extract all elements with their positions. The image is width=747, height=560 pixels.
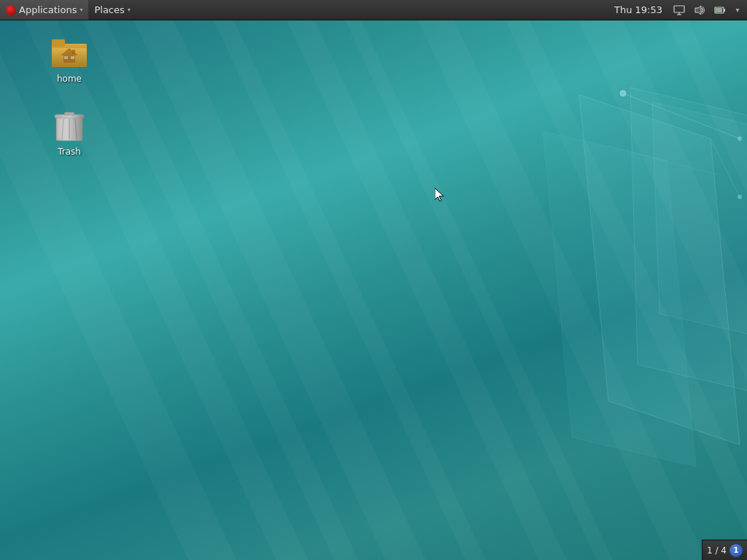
places-menu[interactable]: Places ▾ bbox=[88, 0, 136, 20]
clock: Thu 19:53 bbox=[608, 4, 668, 15]
home-folder-svg bbox=[52, 38, 87, 69]
places-arrow-icon: ▾ bbox=[128, 7, 131, 13]
places-label: Places bbox=[94, 4, 124, 15]
trash-icon[interactable]: Trash bbox=[40, 106, 98, 160]
home-folder-image bbox=[52, 36, 87, 71]
volume-button[interactable] bbox=[690, 1, 709, 19]
app-indicator-icon bbox=[6, 5, 16, 15]
svg-marker-13 bbox=[695, 6, 701, 15]
svg-rect-33 bbox=[58, 118, 63, 139]
applications-arrow-icon: ▾ bbox=[80, 7, 82, 13]
svg-rect-10 bbox=[674, 6, 684, 12]
battery-icon bbox=[714, 5, 726, 15]
svg-rect-24 bbox=[72, 50, 75, 54]
trash-svg bbox=[53, 109, 85, 144]
svg-marker-3 bbox=[652, 102, 747, 335]
chevron-down-icon: ▾ bbox=[735, 6, 739, 14]
geometric-decoration bbox=[433, 44, 747, 540]
taskbar-left: Applications ▾ Places ▾ bbox=[0, 0, 136, 20]
volume-icon bbox=[694, 5, 705, 15]
svg-point-5 bbox=[620, 90, 626, 96]
home-icon[interactable]: home bbox=[40, 33, 98, 87]
taskbar-right: Thu 19:53 bbox=[608, 0, 747, 20]
applications-label: Applications bbox=[19, 4, 77, 15]
display-icon bbox=[673, 5, 685, 15]
svg-rect-16 bbox=[716, 8, 722, 12]
svg-rect-29 bbox=[64, 112, 74, 115]
svg-rect-19 bbox=[52, 39, 65, 47]
display-button[interactable] bbox=[670, 1, 689, 19]
desktop: Applications ▾ Places ▾ Thu 19:53 bbox=[0, 0, 747, 560]
notification-arrow-button[interactable]: ▾ bbox=[731, 1, 744, 19]
svg-point-6 bbox=[738, 136, 742, 141]
pager-label: 1 / 4 bbox=[707, 545, 727, 556]
trash-label: Trash bbox=[58, 147, 81, 157]
workspace-pager[interactable]: 1 / 4 1 bbox=[702, 540, 747, 560]
applications-menu[interactable]: Applications ▾ bbox=[0, 0, 88, 20]
svg-rect-25 bbox=[64, 56, 68, 59]
trash-image bbox=[52, 109, 87, 144]
pager-badge[interactable]: 1 bbox=[729, 544, 743, 557]
svg-rect-15 bbox=[724, 9, 725, 12]
svg-rect-26 bbox=[71, 56, 74, 59]
svg-point-8 bbox=[738, 195, 742, 199]
battery-button[interactable] bbox=[711, 1, 729, 19]
home-label: home bbox=[57, 74, 82, 84]
taskbar: Applications ▾ Places ▾ Thu 19:53 bbox=[0, 0, 747, 20]
